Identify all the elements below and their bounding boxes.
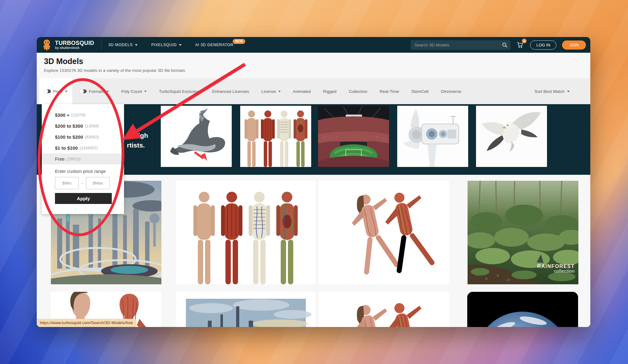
model-card-city-skyline[interactable] bbox=[176, 292, 316, 327]
price-option-free[interactable]: Free (28013) bbox=[42, 153, 124, 164]
custom-price-range-label: Enter custom price range bbox=[42, 169, 124, 174]
chevron-down-icon bbox=[179, 44, 181, 46]
model-card-running-women[interactable] bbox=[318, 181, 449, 284]
price-option-label: $300 + bbox=[55, 112, 69, 118]
price-option-count: (12079) bbox=[71, 113, 85, 117]
chevron-down-icon bbox=[135, 44, 138, 46]
price-option-label: $100 to $200 bbox=[55, 134, 83, 140]
filter-label: Enhanced Licenses bbox=[212, 89, 249, 94]
filter-label: Collection bbox=[349, 89, 367, 94]
nav-menu: 3D MODELS PIXELSQUID AI 3D GENERATOR NEW bbox=[108, 43, 243, 47]
search-input[interactable] bbox=[414, 43, 502, 47]
join-button[interactable]: JOIN bbox=[562, 40, 586, 50]
new-badge: NEW bbox=[233, 39, 246, 44]
filter-item-poly-count[interactable]: Poly Count bbox=[121, 89, 147, 94]
nav-item-ai-3d-generator[interactable]: AI 3D GENERATOR NEW bbox=[195, 43, 234, 47]
max-price-input[interactable] bbox=[86, 177, 110, 189]
model-card-running-women-2[interactable] bbox=[318, 292, 449, 327]
sort-label: Sort Best Match bbox=[534, 89, 565, 94]
range-separator: - bbox=[82, 181, 83, 186]
brand-byline: by shutterstock bbox=[55, 46, 94, 50]
model-card-male-anatomy[interactable] bbox=[240, 106, 311, 167]
filter-label: Formats bbox=[89, 89, 105, 94]
login-button[interactable]: LOG IN bbox=[530, 40, 556, 50]
nav-item-label: AI 3D GENERATOR bbox=[195, 43, 234, 47]
wind-turbine-thumbnail bbox=[397, 106, 468, 167]
model-card-wind-turbine[interactable] bbox=[397, 106, 468, 167]
chevron-down-icon bbox=[567, 91, 570, 92]
rainforest-collection-label: RAINFOREST collection bbox=[537, 264, 575, 274]
filter-label: License bbox=[261, 89, 276, 94]
running-women-thumbnail bbox=[318, 181, 449, 284]
turbosquid-logo[interactable]: TURBOSQUID by shutterstock bbox=[42, 39, 94, 51]
link-preview-statusbar: https://www.turbosquid.com/Search/3D-Mod… bbox=[37, 319, 137, 327]
price-option-300-plus[interactable]: $300 + (12079) bbox=[42, 110, 124, 120]
filter-item-price[interactable]: Price bbox=[44, 89, 68, 94]
running-women-2-thumbnail bbox=[318, 292, 449, 327]
filter-item-formats[interactable]: Formats bbox=[80, 89, 109, 94]
page-title: 3D Models bbox=[44, 57, 590, 66]
filter-item-stemcell[interactable]: StemCell bbox=[411, 89, 429, 94]
price-option-count: (1194057) bbox=[80, 146, 98, 150]
search-box bbox=[411, 40, 511, 50]
chevron-down-icon bbox=[65, 91, 68, 92]
apply-price-button[interactable]: Apply bbox=[55, 193, 112, 204]
price-option-label: Free bbox=[55, 156, 65, 162]
filter-item-animated[interactable]: Animated bbox=[293, 89, 311, 94]
chevron-down-icon bbox=[144, 91, 147, 92]
brand-name: TURBOSQUID bbox=[55, 40, 94, 46]
model-card-whale[interactable] bbox=[161, 106, 232, 167]
filter-item-enhanced-licenses[interactable]: Enhanced Licenses bbox=[212, 89, 249, 94]
price-option-label: $200 to $300 bbox=[55, 123, 83, 129]
price-option-count: (28013) bbox=[67, 157, 81, 161]
seagull-thumbnail bbox=[476, 106, 547, 167]
nav-divider bbox=[101, 40, 101, 50]
page-subtitle: Explore 1530276 3D models in a variety o… bbox=[44, 68, 590, 73]
price-option-label: $1 to $100 bbox=[55, 145, 78, 151]
filter-label: Rigged bbox=[323, 89, 337, 94]
filter-item-collection[interactable]: Collection bbox=[349, 89, 367, 94]
filter-label: Animated bbox=[293, 89, 311, 94]
site-navbar: TURBOSQUID by shutterstock 3D MODELS PIX… bbox=[37, 37, 590, 53]
earth-thumbnail bbox=[467, 292, 578, 327]
price-option-count: (13058) bbox=[85, 124, 99, 128]
filter-label: Real-Time bbox=[380, 89, 399, 94]
price-option-200-300[interactable]: $200 to $300 (13058) bbox=[42, 120, 124, 131]
anatomy-group-thumbnail bbox=[176, 181, 316, 284]
price-option-1-100[interactable]: $1 to $100 (1194057) bbox=[42, 142, 124, 153]
city-skyline-thumbnail bbox=[176, 292, 316, 327]
chevron-down-icon bbox=[278, 91, 281, 92]
cart-count-badge: 0 bbox=[522, 39, 527, 43]
price-option-count: (83052) bbox=[85, 135, 99, 139]
model-card-seagull[interactable] bbox=[476, 106, 547, 167]
filter-price-chip[interactable]: Price bbox=[39, 78, 72, 104]
nav-item-pixelsquid[interactable]: PIXELSQUID bbox=[151, 43, 181, 47]
squid-icon bbox=[42, 39, 52, 51]
nav-item-label: 3D MODELS bbox=[108, 43, 133, 47]
model-card-anatomy-group[interactable] bbox=[176, 181, 316, 284]
price-option-100-200[interactable]: $100 to $200 (83052) bbox=[42, 131, 124, 142]
min-price-input[interactable] bbox=[55, 177, 79, 189]
nav-item-label: PIXELSQUID bbox=[151, 43, 177, 47]
filter-item-rigged[interactable]: Rigged bbox=[323, 89, 337, 94]
filter-bar: Price Formats Poly Count TurboSquid Excl… bbox=[37, 78, 590, 104]
toggle-off-icon bbox=[80, 89, 87, 93]
filter-item-turbosquid-exclusive[interactable]: TurboSquid Exclusive bbox=[159, 89, 200, 94]
cart-button[interactable]: 0 bbox=[516, 41, 524, 49]
sort-control[interactable]: Sort Best Match bbox=[534, 78, 570, 104]
filter-label: StemCell bbox=[411, 89, 429, 94]
page-header: 3D Models Explore 1530276 3D models in a… bbox=[37, 53, 590, 78]
price-filter-dropdown: $300 + (12079) $200 to $300 (13058) $100… bbox=[42, 104, 124, 214]
filter-label: Omniverse bbox=[441, 89, 461, 94]
model-card-earth[interactable] bbox=[467, 292, 578, 327]
filter-item-omniverse[interactable]: Omniverse bbox=[441, 89, 461, 94]
search-icon[interactable] bbox=[502, 42, 507, 48]
nav-item-3d-models[interactable]: 3D MODELS bbox=[108, 43, 138, 47]
model-card-rainforest[interactable]: RAINFOREST collection bbox=[468, 181, 578, 284]
browser-window: TURBOSQUID by shutterstock 3D MODELS PIX… bbox=[37, 37, 590, 327]
model-card-stadium[interactable] bbox=[318, 106, 389, 167]
hero-text-fragment: e, high rtists. bbox=[127, 131, 148, 150]
stadium-thumbnail bbox=[318, 106, 389, 167]
filter-item-real-time[interactable]: Real-Time bbox=[380, 89, 399, 94]
filter-item-license[interactable]: License bbox=[261, 89, 281, 94]
